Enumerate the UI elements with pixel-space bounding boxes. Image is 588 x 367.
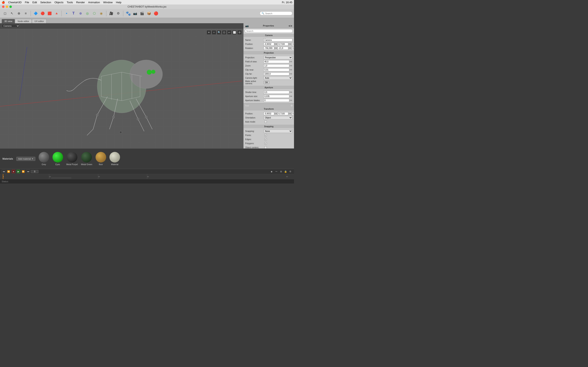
obj-centers-checkbox[interactable] — [264, 146, 267, 149]
timeline-range[interactable] — [51, 177, 71, 179]
material-metal-purpel[interactable]: Metal Purpel — [66, 152, 78, 166]
add-spline-button[interactable]: ◎ — [84, 10, 91, 17]
scale-tool-button[interactable]: ≡ — [22, 10, 29, 17]
material-eyes[interactable]: Eyes — [52, 152, 63, 166]
fov-input[interactable] — [264, 60, 289, 63]
text-tool-button[interactable]: T — [70, 10, 77, 17]
add-cube-button[interactable]: 🟥 — [46, 10, 53, 17]
tl-key-button[interactable]: ◆ — [269, 169, 274, 174]
menu-file[interactable]: File — [25, 1, 29, 4]
blades-input[interactable] — [264, 99, 289, 102]
render-anim-button[interactable]: 🎬 — [139, 10, 145, 17]
material-material[interactable]: Material — [109, 152, 120, 166]
render-queue-button[interactable]: 📦 — [146, 10, 152, 17]
zoom-spinner[interactable]: ⬆⬇ — [290, 65, 292, 67]
ty-input[interactable] — [278, 112, 288, 115]
view-options-button[interactable]: ↩ — [227, 30, 232, 35]
step-back-button[interactable]: ⏪ — [7, 169, 11, 174]
apple-menu[interactable]: 🍎 — [2, 1, 5, 4]
aperture-size-input[interactable] — [264, 95, 289, 98]
pos-z-input[interactable] — [292, 43, 294, 46]
arrow-right-icon[interactable]: ▶ — [291, 25, 292, 27]
record-button[interactable]: ● — [11, 169, 16, 174]
tx-spinner[interactable]: ⬆⬇ — [274, 113, 277, 115]
aperture-size-spinner[interactable]: ⬆⬇ — [290, 95, 292, 97]
add-cone-button[interactable]: 🔺 — [53, 10, 60, 17]
window-controls[interactable] — [2, 6, 12, 8]
play-button[interactable]: ▶ — [16, 169, 20, 174]
tl-filter-button[interactable]: ⊞ — [279, 169, 283, 174]
clip-far-spinner[interactable]: ⬆⬇ — [290, 73, 292, 75]
clip-far-input[interactable] — [264, 72, 289, 75]
points-checkbox[interactable] — [264, 134, 267, 136]
rot-y-input[interactable] — [278, 47, 288, 50]
menu-window[interactable]: Window — [103, 1, 113, 4]
snapping-select[interactable]: None Grid Object — [264, 129, 292, 133]
add-special-button[interactable]: ⊕ — [77, 10, 84, 17]
material-metal-green[interactable]: Metal Green — [81, 152, 92, 166]
rotate-tool-button[interactable]: ⊕ — [16, 10, 22, 17]
tab-node-editor[interactable]: Node editor — [15, 19, 32, 23]
camera-light-select[interactable]: Auto On Off — [264, 76, 292, 80]
arrow-left-icon[interactable]: ◀ — [288, 25, 290, 27]
viewport[interactable]: Camera Top Front Right Perspective — [0, 23, 243, 149]
clip-near-input[interactable] — [264, 68, 289, 71]
add-primitive-button[interactable]: 🔷 — [33, 10, 39, 17]
shutter-input[interactable] — [264, 91, 289, 94]
cheetah-icon-button[interactable]: 🐾 — [125, 10, 131, 17]
search-input[interactable] — [265, 12, 291, 15]
material-floor[interactable]: floor — [95, 152, 106, 166]
menu-animation[interactable]: Animation — [88, 1, 100, 4]
pos-y-spinner[interactable]: ⬆⬇ — [288, 43, 291, 45]
add-sphere-button[interactable]: 🔴 — [39, 10, 46, 17]
material-grey[interactable]: Grey — [39, 152, 49, 166]
make-active-button[interactable]: OK — [264, 81, 269, 84]
go-end-button[interactable]: ⏭ — [26, 169, 30, 174]
tl-lock-button[interactable]: 🔒 — [284, 169, 288, 174]
tz-input[interactable] — [292, 112, 294, 115]
menu-tools[interactable]: Tools — [67, 1, 73, 4]
camera-select[interactable]: Camera Top Front Right Perspective — [2, 24, 20, 28]
timeline-track[interactable]: 0 10 20 30 40 — [0, 174, 294, 179]
settings-button[interactable]: ⚙ — [237, 30, 242, 35]
add-button[interactable]: + — [212, 30, 216, 35]
clip-near-spinner[interactable]: ⬆⬇ — [290, 69, 292, 71]
menu-selection[interactable]: Selection — [40, 1, 51, 4]
add-object-button[interactable]: 🔹 — [63, 10, 70, 17]
go-start-button[interactable]: ⏮ — [2, 169, 6, 174]
tl-settings-button[interactable]: ⚙ — [288, 169, 292, 174]
pos-y-input[interactable] — [278, 43, 288, 46]
auto-mode-checkbox[interactable] — [264, 120, 267, 123]
orientation-select[interactable]: Object World Camera — [264, 116, 292, 119]
pos-x-input[interactable] — [264, 43, 274, 46]
rot-x-spinner[interactable]: ⬆⬇ — [274, 47, 277, 49]
tl-curve-button[interactable]: 〜 — [274, 169, 278, 174]
display-mode-button[interactable]: ⬜ — [232, 30, 237, 35]
maximize-button[interactable] — [9, 6, 12, 8]
ty-spinner[interactable]: ⬆⬇ — [288, 113, 291, 115]
render-button[interactable]: 📷 — [132, 10, 138, 17]
rot-z-input[interactable] — [292, 47, 294, 50]
bone-tool-button[interactable]: ⚙ — [115, 10, 121, 17]
frame-number-input[interactable] — [31, 170, 38, 173]
menu-objects[interactable]: Objects — [54, 1, 63, 4]
menu-cheetah3d[interactable]: Cheetah3D — [8, 1, 22, 4]
close-button[interactable] — [2, 6, 4, 8]
name-input[interactable] — [264, 39, 292, 42]
tab-uv-editor[interactable]: UV editor — [32, 19, 47, 23]
zoom-button[interactable]: 🔍 — [217, 30, 221, 35]
shutter-spinner[interactable]: ⬆⬇ — [290, 91, 292, 93]
render-settings-button[interactable]: 🔴 — [153, 10, 159, 17]
properties-search-input[interactable] — [245, 29, 293, 33]
rot-y-spinner[interactable]: ⬆⬇ — [288, 47, 291, 49]
step-forward-button[interactable]: ⏩ — [21, 169, 25, 174]
fov-spinner[interactable]: ⬆⬇ — [290, 61, 292, 63]
zoom-fit-button[interactable]: ⊡ — [222, 30, 226, 35]
tab-3d-view[interactable]: 3D view — [2, 19, 15, 23]
pos-x-spinner[interactable]: ⬆⬇ — [274, 43, 277, 45]
minimize-button[interactable] — [6, 6, 8, 8]
add-mesh-button[interactable]: ◉ — [98, 10, 104, 17]
camera-button[interactable]: 🎥 — [108, 10, 114, 17]
blades-spinner[interactable]: ⬆⬇ — [290, 100, 292, 101]
menu-edit[interactable]: Edit — [33, 1, 37, 4]
